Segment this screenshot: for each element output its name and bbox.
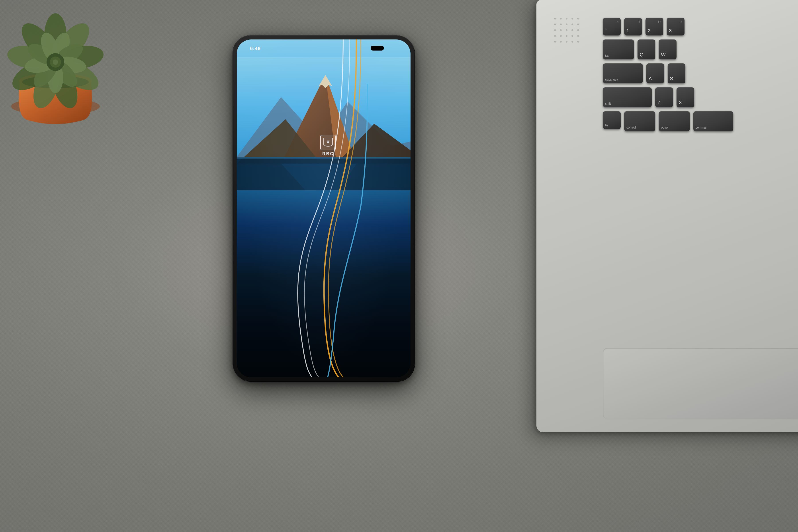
rbc-logo: ♛ RBC (317, 135, 339, 159)
key-1[interactable]: ! 1 (624, 18, 642, 36)
phone-body: ♛ RBC 6:48 (233, 36, 415, 381)
status-time: 6:48 (250, 46, 261, 52)
key-s[interactable]: S (668, 63, 685, 83)
keyboard: ~ ` ! 1 @ 2 # 3 tab (603, 18, 798, 383)
key-caps-lock[interactable]: caps lock (603, 63, 643, 83)
key-tilde[interactable]: ~ ` (603, 18, 621, 36)
succulent-svg (0, 0, 124, 124)
key-row-qwerty: tab Q W (603, 39, 798, 59)
phone-screen: ♛ RBC 6:48 (237, 39, 411, 377)
key-option[interactable]: option (659, 111, 690, 131)
svg-text:♛: ♛ (326, 140, 330, 144)
laptop-body: // Speaker dots rendered by template ~ `… (536, 0, 798, 432)
key-q[interactable]: Q (638, 39, 655, 59)
key-row-numbers: ~ ` ! 1 @ 2 # 3 (603, 18, 798, 36)
plant-container (0, 0, 124, 124)
key-command[interactable]: comman (694, 111, 733, 131)
key-a[interactable]: A (646, 63, 664, 83)
speaker-dots (554, 18, 581, 102)
key-w[interactable]: W (659, 39, 677, 59)
rbc-lion-svg: ♛ (323, 137, 334, 148)
key-x[interactable]: X (677, 87, 694, 107)
key-tab[interactable]: tab (603, 39, 634, 59)
camera-hole (370, 46, 384, 51)
rbc-brand-text: RBC (322, 151, 334, 156)
trackpad[interactable] (603, 348, 798, 419)
key-control[interactable]: control (624, 111, 655, 131)
screen-lines (237, 39, 411, 377)
key-row-modifiers: fn control option comman (603, 111, 798, 131)
key-2[interactable]: @ 2 (646, 18, 663, 36)
phone-device: ♛ RBC 6:48 (233, 36, 415, 381)
rbc-lion-icon: ♛ (320, 135, 336, 150)
key-row-asdf: caps lock A S (603, 63, 798, 83)
laptop-device: // Speaker dots rendered by template ~ `… (488, 0, 798, 443)
key-shift[interactable]: shift (603, 87, 652, 107)
key-row-zxcv: shift Z X (603, 87, 798, 107)
key-3[interactable]: # 3 (667, 18, 684, 36)
key-z[interactable]: Z (655, 87, 673, 107)
key-fn[interactable]: fn (603, 111, 621, 129)
svg-point-23 (53, 59, 58, 65)
option-label: option (661, 126, 669, 130)
